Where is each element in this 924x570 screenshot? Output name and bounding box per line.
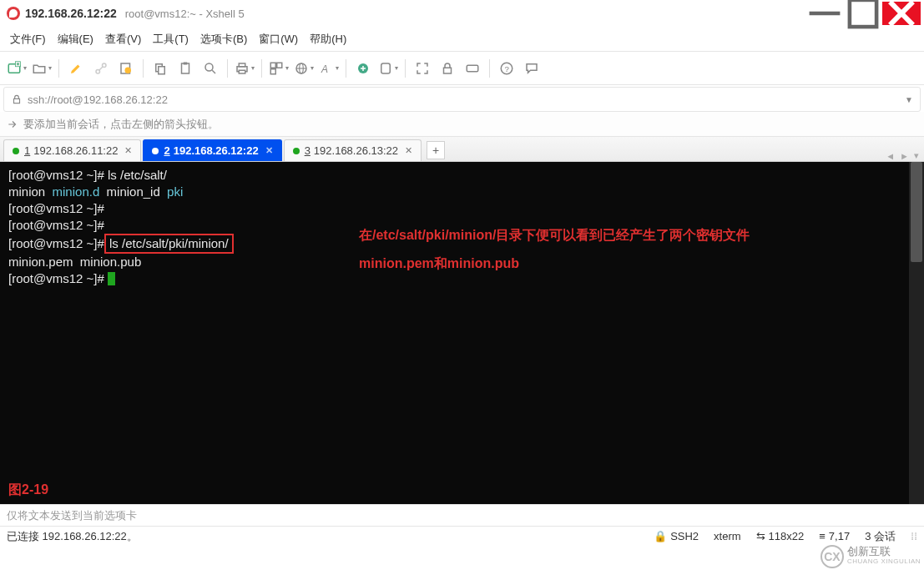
- status-dot-icon: [293, 148, 300, 154]
- xftp-button[interactable]: [351, 57, 375, 80]
- svg-rect-31: [467, 65, 478, 72]
- reconnect-button[interactable]: [64, 57, 88, 80]
- tab-close-icon[interactable]: ✕: [265, 145, 273, 156]
- svg-rect-35: [14, 98, 20, 103]
- menu-help[interactable]: 帮助(H): [310, 32, 346, 47]
- scrollbar-thumb[interactable]: [911, 162, 922, 262]
- toolbar-separator: [261, 59, 262, 78]
- tab-close-icon[interactable]: ✕: [405, 145, 412, 156]
- fullscreen-button[interactable]: [411, 57, 434, 80]
- prompt: [root@vms12 ~]#: [8, 201, 108, 215]
- close-button[interactable]: [882, 2, 921, 25]
- terminal[interactable]: [root@vms12 ~]# ls /etc/salt/ minion min…: [0, 162, 924, 504]
- svg-point-11: [125, 67, 132, 73]
- tab-list-icon[interactable]: ▾: [914, 150, 919, 161]
- search-icon: [203, 61, 218, 76]
- layout-button[interactable]: ▾: [267, 57, 290, 80]
- session-tab-3[interactable]: 3 192.168.26.13:22 ✕: [284, 139, 422, 161]
- disconnect-button[interactable]: [89, 57, 113, 80]
- maximize-button[interactable]: [844, 2, 882, 25]
- copy-icon: [153, 61, 168, 76]
- link-break-icon: [93, 61, 109, 76]
- tab-next-icon[interactable]: ►: [900, 151, 909, 161]
- encoding-button[interactable]: ▾: [292, 57, 316, 80]
- toolbar-separator: [405, 59, 406, 78]
- tab-index: 3: [305, 144, 311, 157]
- layout-icon: [269, 61, 284, 76]
- properties-icon: [119, 61, 134, 76]
- menu-tabs[interactable]: 选项卡(B): [200, 32, 247, 47]
- svg-rect-20: [239, 70, 245, 73]
- session-tab-1[interactable]: 1 192.168.26.11:22 ✕: [3, 139, 141, 161]
- folder-open-icon: [32, 61, 47, 76]
- status-connection: 已连接 192.168.26.12:22。: [7, 529, 138, 544]
- font-button[interactable]: A▾: [317, 57, 341, 80]
- infobar: 要添加当前会话，点击左侧的箭头按钮。: [0, 112, 924, 137]
- statusbar: 已连接 192.168.26.12:22。 🔒 SSH2 xterm ⇆ 118…: [0, 526, 924, 546]
- minimize-button[interactable]: [805, 2, 844, 25]
- svg-point-9: [103, 63, 107, 68]
- svg-text:A: A: [321, 63, 328, 74]
- prompt: [root@vms12 ~]#: [8, 168, 108, 182]
- addressbar[interactable]: ssh://root@192.168.26.12:22 ▼: [3, 87, 921, 112]
- minimize-icon: [805, 0, 844, 33]
- address-dropdown[interactable]: ▼: [905, 95, 913, 104]
- arrow-add-icon[interactable]: [7, 119, 18, 130]
- toolbar-separator: [143, 59, 144, 78]
- status-protocol: 🔒 SSH2: [654, 530, 699, 542]
- toolbar-separator: [58, 59, 59, 78]
- paste-button[interactable]: [174, 57, 197, 80]
- address-url: ssh://root@192.168.26.12:22: [28, 93, 905, 106]
- annotation-text: 在/etc/salt/pki/minion/目录下便可以看到已经产生了两个密钥文…: [359, 224, 750, 275]
- titlebar: 192.168.26.12:22 root@vms12:~ - Xshell 5: [0, 0, 924, 27]
- toolbar-separator: [346, 59, 346, 78]
- tab-prev-icon[interactable]: ◄: [886, 151, 895, 161]
- sendbar[interactable]: 仅将文本发送到当前选项卡: [0, 504, 924, 526]
- find-button[interactable]: [199, 57, 222, 80]
- tab-nav: ◄ ► ▾: [886, 150, 924, 161]
- open-button[interactable]: ▾: [30, 57, 53, 80]
- new-session-button[interactable]: ▾: [5, 57, 28, 80]
- copy-button[interactable]: [149, 57, 172, 80]
- tab-index: 1: [24, 144, 30, 157]
- tabbar: 1 192.168.26.11:22 ✕ 2 192.168.26.12:22 …: [0, 137, 924, 162]
- tab-close-icon[interactable]: ✕: [124, 145, 132, 156]
- script-button[interactable]: ▾: [376, 57, 400, 80]
- command-text: ls /etc/salt/: [108, 168, 167, 182]
- tab-index: 2: [164, 144, 169, 157]
- menu-file[interactable]: 文件(F): [10, 32, 46, 47]
- watermark-en: CHUANG XINGULIAN: [847, 557, 921, 567]
- transfer-icon: [356, 61, 371, 76]
- watermark-icon: CX: [820, 545, 844, 568]
- chat-icon: [524, 61, 539, 76]
- highlighted-command: ls /etc/salt/pki/minion/: [104, 234, 234, 254]
- menu-window[interactable]: 窗口(W): [259, 32, 298, 47]
- status-grip-icon[interactable]: ⁞⁞: [911, 530, 917, 542]
- menu-edit[interactable]: 编辑(E): [58, 32, 93, 47]
- svg-point-16: [205, 63, 213, 71]
- output-line: minion minion.d minion_id pki: [8, 184, 919, 200]
- print-button[interactable]: ▾: [233, 57, 256, 80]
- properties-button[interactable]: [114, 57, 138, 80]
- session-tab-2[interactable]: 2 192.168.26.12:22 ✕: [143, 139, 281, 161]
- menubar: 文件(F) 编辑(E) 查看(V) 工具(T) 选项卡(B) 窗口(W) 帮助(…: [0, 27, 924, 52]
- svg-text:?: ?: [504, 63, 509, 73]
- svg-rect-19: [239, 63, 245, 67]
- close-icon: [882, 0, 921, 33]
- terminal-scrollbar[interactable]: [909, 162, 924, 504]
- menu-view[interactable]: 查看(V): [105, 32, 141, 47]
- printer-icon: [235, 61, 250, 76]
- menu-tools[interactable]: 工具(T): [153, 32, 189, 47]
- add-tab-button[interactable]: +: [427, 141, 445, 159]
- infobar-text: 要添加当前会话，点击左侧的箭头按钮。: [23, 117, 219, 132]
- lock-button[interactable]: [436, 57, 459, 80]
- help-button[interactable]: ?: [495, 57, 518, 80]
- tab-label: 192.168.26.12:22: [174, 144, 259, 157]
- keyboard-button[interactable]: [461, 57, 484, 80]
- svg-point-8: [96, 69, 100, 73]
- sendbar-placeholder: 仅将文本发送到当前选项卡: [7, 508, 137, 523]
- svg-rect-1: [850, 0, 876, 27]
- chat-button[interactable]: [520, 57, 543, 80]
- svg-rect-22: [277, 63, 282, 68]
- svg-rect-15: [184, 62, 188, 64]
